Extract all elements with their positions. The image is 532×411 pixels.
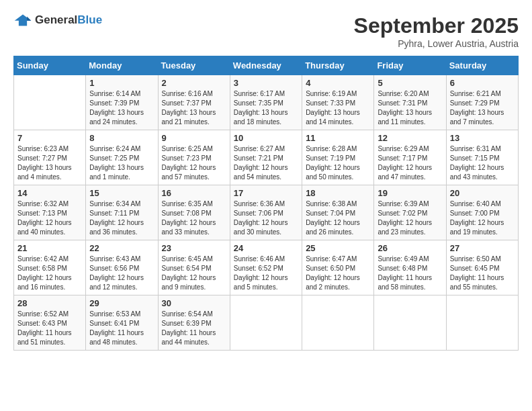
svg-marker-1 <box>27 17 31 21</box>
day-info: Sunrise: 6:16 AMSunset: 7:37 PMDaylight:… <box>162 89 226 127</box>
weekday-header-thursday: Thursday <box>302 56 374 75</box>
day-number: 6 <box>450 78 515 88</box>
calendar-cell: 2Sunrise: 6:16 AMSunset: 7:37 PMDaylight… <box>158 75 230 130</box>
calendar-table: SundayMondayTuesdayWednesdayThursdayFrid… <box>13 56 519 351</box>
weekday-header-monday: Monday <box>86 56 158 75</box>
day-info: Sunrise: 6:32 AMSunset: 7:13 PMDaylight:… <box>17 199 82 237</box>
logo: GeneralBlue <box>13 13 102 27</box>
calendar-cell: 29Sunrise: 6:53 AMSunset: 6:41 PMDayligh… <box>86 295 158 351</box>
day-number: 9 <box>162 133 226 143</box>
calendar-cell <box>14 75 86 130</box>
day-number: 25 <box>306 243 370 253</box>
day-number: 2 <box>162 78 226 88</box>
calendar-cell: 5Sunrise: 6:20 AMSunset: 7:31 PMDaylight… <box>374 75 446 130</box>
weekday-header-wednesday: Wednesday <box>230 56 302 75</box>
day-info: Sunrise: 6:40 AMSunset: 7:00 PMDaylight:… <box>450 199 515 237</box>
day-info: Sunrise: 6:38 AMSunset: 7:04 PMDaylight:… <box>306 199 370 237</box>
calendar-cell: 27Sunrise: 6:50 AMSunset: 6:45 PMDayligh… <box>446 240 518 295</box>
day-number: 22 <box>89 243 154 253</box>
day-info: Sunrise: 6:46 AMSunset: 6:52 PMDaylight:… <box>234 255 298 292</box>
calendar-cell: 13Sunrise: 6:31 AMSunset: 7:15 PMDayligh… <box>446 130 518 185</box>
day-info: Sunrise: 6:36 AMSunset: 7:06 PMDaylight:… <box>234 199 298 237</box>
logo-blue: Blue <box>77 13 102 26</box>
calendar-cell: 24Sunrise: 6:46 AMSunset: 6:52 PMDayligh… <box>230 240 302 295</box>
day-info: Sunrise: 6:53 AMSunset: 6:41 PMDaylight:… <box>89 310 154 347</box>
weekday-header-saturday: Saturday <box>446 56 518 75</box>
day-info: Sunrise: 6:54 AMSunset: 6:39 PMDaylight:… <box>162 310 226 347</box>
week-row-4: 21Sunrise: 6:42 AMSunset: 6:58 PMDayligh… <box>14 240 519 295</box>
day-number: 8 <box>89 133 154 143</box>
day-info: Sunrise: 6:34 AMSunset: 7:11 PMDaylight:… <box>89 199 154 237</box>
day-info: Sunrise: 6:27 AMSunset: 7:21 PMDaylight:… <box>234 144 298 182</box>
day-number: 1 <box>89 78 154 88</box>
day-info: Sunrise: 6:50 AMSunset: 6:45 PMDaylight:… <box>450 255 515 292</box>
day-info: Sunrise: 6:28 AMSunset: 7:19 PMDaylight:… <box>306 144 370 182</box>
calendar-cell: 9Sunrise: 6:25 AMSunset: 7:23 PMDaylight… <box>158 130 230 185</box>
calendar-cell: 16Sunrise: 6:35 AMSunset: 7:08 PMDayligh… <box>158 185 230 240</box>
day-info: Sunrise: 6:25 AMSunset: 7:23 PMDaylight:… <box>162 144 226 182</box>
day-number: 28 <box>17 298 82 308</box>
calendar-cell: 10Sunrise: 6:27 AMSunset: 7:21 PMDayligh… <box>230 130 302 185</box>
day-info: Sunrise: 6:20 AMSunset: 7:31 PMDaylight:… <box>378 89 442 127</box>
day-info: Sunrise: 6:39 AMSunset: 7:02 PMDaylight:… <box>378 199 442 237</box>
calendar-cell <box>302 295 374 351</box>
day-info: Sunrise: 6:47 AMSunset: 6:50 PMDaylight:… <box>306 255 370 292</box>
day-number: 3 <box>234 78 298 88</box>
day-number: 13 <box>450 133 515 143</box>
day-info: Sunrise: 6:23 AMSunset: 7:27 PMDaylight:… <box>17 144 82 182</box>
calendar-cell: 11Sunrise: 6:28 AMSunset: 7:19 PMDayligh… <box>302 130 374 185</box>
day-info: Sunrise: 6:35 AMSunset: 7:08 PMDaylight:… <box>162 199 226 237</box>
location-subtitle: Pyhra, Lower Austria, Austria <box>354 38 519 49</box>
day-number: 15 <box>89 188 154 198</box>
day-number: 12 <box>378 133 442 143</box>
calendar-cell: 12Sunrise: 6:29 AMSunset: 7:17 PMDayligh… <box>374 130 446 185</box>
calendar-cell <box>446 295 518 351</box>
day-info: Sunrise: 6:31 AMSunset: 7:15 PMDaylight:… <box>450 144 515 182</box>
day-info: Sunrise: 6:29 AMSunset: 7:17 PMDaylight:… <box>378 144 442 182</box>
day-info: Sunrise: 6:17 AMSunset: 7:35 PMDaylight:… <box>234 89 298 127</box>
day-number: 24 <box>234 243 298 253</box>
day-info: Sunrise: 6:49 AMSunset: 6:48 PMDaylight:… <box>378 255 442 292</box>
day-info: Sunrise: 6:45 AMSunset: 6:54 PMDaylight:… <box>162 255 226 292</box>
day-number: 17 <box>234 188 298 198</box>
calendar-cell: 6Sunrise: 6:21 AMSunset: 7:29 PMDaylight… <box>446 75 518 130</box>
day-number: 30 <box>162 298 226 308</box>
day-number: 27 <box>450 243 515 253</box>
title-block: September 2025 Pyhra, Lower Austria, Aus… <box>354 13 519 49</box>
week-row-2: 7Sunrise: 6:23 AMSunset: 7:27 PMDaylight… <box>14 130 519 185</box>
day-number: 10 <box>234 133 298 143</box>
calendar-cell: 14Sunrise: 6:32 AMSunset: 7:13 PMDayligh… <box>14 185 86 240</box>
week-row-5: 28Sunrise: 6:52 AMSunset: 6:43 PMDayligh… <box>14 295 519 351</box>
day-number: 21 <box>17 243 82 253</box>
day-info: Sunrise: 6:43 AMSunset: 6:56 PMDaylight:… <box>89 255 154 292</box>
logo-general: General <box>35 13 77 26</box>
calendar-cell: 4Sunrise: 6:19 AMSunset: 7:33 PMDaylight… <box>302 75 374 130</box>
day-info: Sunrise: 6:52 AMSunset: 6:43 PMDaylight:… <box>17 310 82 347</box>
day-number: 20 <box>450 188 515 198</box>
day-number: 18 <box>306 188 370 198</box>
calendar-cell: 8Sunrise: 6:24 AMSunset: 7:25 PMDaylight… <box>86 130 158 185</box>
day-info: Sunrise: 6:21 AMSunset: 7:29 PMDaylight:… <box>450 89 515 127</box>
calendar-cell: 26Sunrise: 6:49 AMSunset: 6:48 PMDayligh… <box>374 240 446 295</box>
month-title: September 2025 <box>354 13 519 38</box>
day-number: 19 <box>378 188 442 198</box>
calendar-cell: 1Sunrise: 6:14 AMSunset: 7:39 PMDaylight… <box>86 75 158 130</box>
calendar-cell: 15Sunrise: 6:34 AMSunset: 7:11 PMDayligh… <box>86 185 158 240</box>
calendar-cell: 23Sunrise: 6:45 AMSunset: 6:54 PMDayligh… <box>158 240 230 295</box>
weekday-header-friday: Friday <box>374 56 446 75</box>
day-info: Sunrise: 6:19 AMSunset: 7:33 PMDaylight:… <box>306 89 370 127</box>
day-number: 16 <box>162 188 226 198</box>
day-number: 7 <box>17 133 82 143</box>
calendar-cell: 30Sunrise: 6:54 AMSunset: 6:39 PMDayligh… <box>158 295 230 351</box>
day-number: 29 <box>89 298 154 308</box>
day-number: 23 <box>162 243 226 253</box>
weekday-header-sunday: Sunday <box>14 56 86 75</box>
day-number: 11 <box>306 133 370 143</box>
day-number: 4 <box>306 78 370 88</box>
calendar-cell: 25Sunrise: 6:47 AMSunset: 6:50 PMDayligh… <box>302 240 374 295</box>
calendar-cell: 21Sunrise: 6:42 AMSunset: 6:58 PMDayligh… <box>14 240 86 295</box>
calendar-cell: 18Sunrise: 6:38 AMSunset: 7:04 PMDayligh… <box>302 185 374 240</box>
calendar-cell <box>374 295 446 351</box>
weekday-header-row: SundayMondayTuesdayWednesdayThursdayFrid… <box>14 56 519 75</box>
calendar-cell: 17Sunrise: 6:36 AMSunset: 7:06 PMDayligh… <box>230 185 302 240</box>
